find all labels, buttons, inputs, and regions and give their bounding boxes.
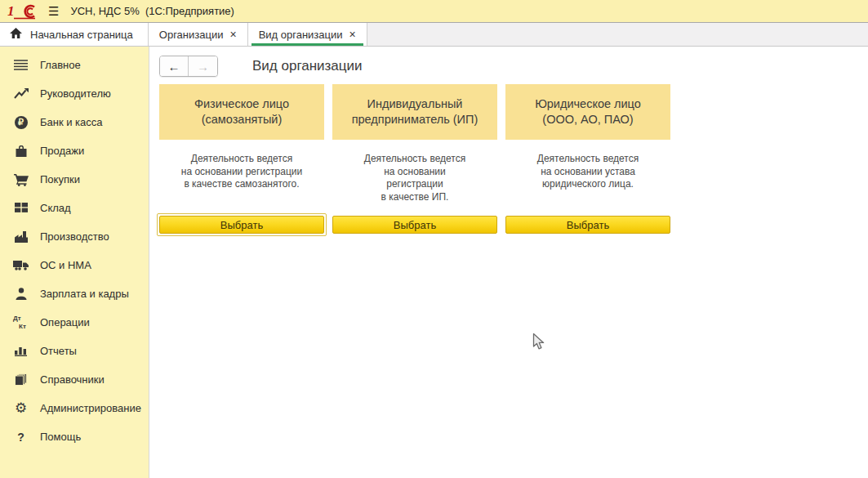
sidebar-item-bank-kassa[interactable]: ₽ Банк и касса [0,108,149,136]
card-description: Деятельность ведется на основании устава… [505,153,670,213]
sidebar-item-rukovoditelyu[interactable]: Руководителю [0,79,149,108]
tab-label: Организации [159,29,224,41]
organization-type-cards: Физическое лицо (самозанятый) Деятельнос… [159,84,868,236]
home-icon [10,28,22,41]
tab-home-page[interactable]: Начальная страница [0,23,149,46]
sidebar-item-label: ОС и НМА [40,259,91,271]
card-individual-entrepreneur: Индивидуальный предприниматель (ИП) Деят… [332,84,497,236]
main-content: ← → Вид организации Физическое лицо (сам… [149,47,868,478]
sidebar-item-otchety[interactable]: Отчеты [0,337,149,365]
select-button[interactable]: Выбрать [159,216,324,234]
pallet-icon [12,203,29,213]
gear-icon: ⚙ [12,401,29,415]
sidebar-item-prodazhi[interactable]: Продажи [0,136,149,165]
tab-label: Вид организации [259,29,343,41]
card-title: Физическое лицо (самозанятый) [159,84,324,140]
person-icon [12,288,29,300]
tab-organizations[interactable]: Организации × [149,23,248,46]
select-button-focus-ring: Выбрать [157,213,327,236]
sidebar-item-label: Главное [40,59,81,71]
card-description: Деятельность ведется на основании регист… [332,153,497,213]
trend-chart-icon [12,88,29,99]
sidebar-item-os-nma[interactable]: ОС и НМА [0,251,149,279]
back-button[interactable]: ← [160,56,189,76]
section-sidebar: Главное Руководителю ₽ Банк и касса Прод… [0,47,149,478]
sidebar-item-label: Администрирование [40,402,141,414]
window-title: УСН, НДС 5% (1С:Предприятие) [70,5,234,17]
card-individual-selfemployed: Физическое лицо (самозанятый) Деятельнос… [159,84,324,236]
sidebar-item-pokupki[interactable]: Покупки [0,165,149,194]
briefcase-icon [12,145,29,157]
tab-organization-type[interactable]: Вид организации × [248,23,367,46]
history-nav-group: ← → [159,56,218,77]
truck-icon [12,260,29,270]
sidebar-item-label: Продажи [40,145,84,157]
debit-credit-icon: ДтКт [12,315,29,330]
sidebar-item-label: Руководителю [40,87,111,100]
sidebar-item-label: Зарплата и кадры [40,288,129,300]
title-bar: 1 ☰ УСН, НДС 5% (1С:Предприятие) [0,0,868,22]
page-title: Вид организации [252,58,363,74]
factory-icon [12,231,29,243]
books-icon [12,373,29,386]
card-title: Индивидуальный предприниматель (ИП) [332,84,497,140]
menu-lines-icon [12,60,29,70]
question-icon: ? [12,431,29,443]
sidebar-item-label: Производство [40,230,109,243]
bar-chart-icon [12,346,29,356]
sidebar-item-zarplata-kadry[interactable]: Зарплата и кадры [0,279,149,308]
select-button[interactable]: Выбрать [505,216,670,234]
sidebar-item-label: Покупки [40,173,80,185]
card-title: Юридическое лицо (ООО, АО, ПАО) [505,84,670,140]
sidebar-item-operacii[interactable]: ДтКт Операции [0,308,149,337]
sidebar-item-spravochniki[interactable]: Справочники [0,365,149,394]
sidebar-item-glavnoe[interactable]: Главное [0,51,149,79]
1c-logo-icon: 1 [7,3,37,20]
sidebar-item-sklad[interactable]: Склад [0,194,149,222]
sidebar-item-label: Помощь [40,431,81,443]
sidebar-item-label: Операции [40,316,90,328]
tab-bar: Начальная страница Организации × Вид орг… [0,22,868,47]
sidebar-item-label: Склад [40,202,71,214]
ruble-coin-icon: ₽ [12,116,29,129]
close-icon[interactable]: × [349,29,356,40]
main-menu-icon[interactable]: ☰ [48,5,59,17]
sidebar-item-label: Отчеты [40,345,77,357]
select-button[interactable]: Выбрать [332,216,497,234]
sidebar-item-label: Банк и касса [40,116,103,128]
tab-label: Начальная страница [30,29,133,41]
sidebar-item-administrirovanie[interactable]: ⚙ Администрирование [0,394,149,422]
card-description: Деятельность ведется на основании регист… [159,153,324,213]
sidebar-item-label: Справочники [40,373,105,386]
sidebar-item-proizvodstvo[interactable]: Производство [0,222,149,251]
sidebar-item-pomosch[interactable]: ? Помощь [0,422,149,451]
close-icon[interactable]: × [229,29,236,40]
card-legal-entity: Юридическое лицо (ООО, АО, ПАО) Деятельн… [505,84,670,236]
forward-button[interactable]: → [189,56,217,76]
svg-text:1: 1 [7,3,15,19]
shopping-cart-icon [12,173,29,186]
